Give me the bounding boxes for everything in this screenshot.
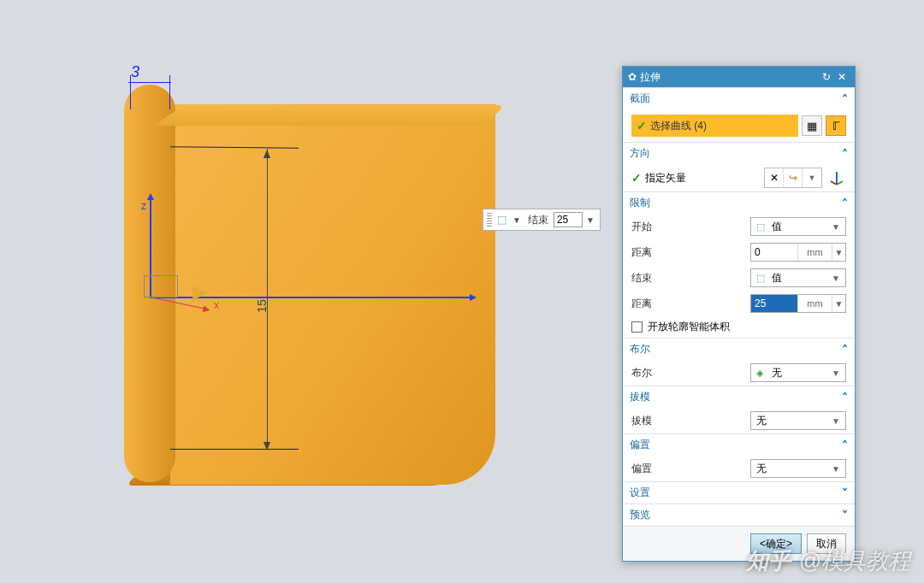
chevron-down-icon: ˅: [842, 486, 848, 500]
section-header-offset[interactable]: 偏置 ˄: [623, 433, 855, 456]
chevron-up-icon: ˄: [842, 343, 848, 356]
check-icon: ✓: [637, 119, 647, 132]
watermark-text: @模具教程: [799, 546, 910, 576]
section-title-limits: 限制: [630, 196, 650, 210]
start-distance-label: 距离: [631, 245, 691, 260]
vector-dropdown-caret[interactable]: ▼: [803, 168, 821, 187]
start-distance-unit: mm: [797, 244, 832, 261]
dialog-title-text: 拉伸: [640, 70, 660, 85]
chevron-up-icon: ˄: [842, 197, 848, 210]
mini-end-label: 结束: [524, 213, 552, 227]
specify-vector-label: 指定矢量: [645, 171, 686, 186]
none-icon: ◈: [756, 368, 768, 379]
curve-rule-icon[interactable]: ℾ: [826, 115, 846, 136]
chevron-down-icon[interactable]: ▼: [832, 295, 845, 312]
chevron-down-icon[interactable]: ▼: [832, 244, 845, 261]
select-curve-field[interactable]: ✓ 选择曲线 (4): [631, 115, 798, 137]
draft-label: 拔模: [631, 414, 691, 428]
chevron-up-icon: ˄: [842, 92, 848, 106]
end-type-select[interactable]: ⬚ 值 ▼: [750, 268, 846, 287]
close-icon[interactable]: ✕: [834, 69, 850, 85]
dimension-height-arrow-top: [264, 146, 270, 158]
origin-csys-box: [144, 275, 178, 297]
drag-handle-icon[interactable]: [487, 213, 492, 227]
reset-icon[interactable]: ↻: [819, 69, 834, 85]
end-distance-input[interactable]: [751, 295, 797, 312]
vector-reverse-icon[interactable]: ↪: [784, 168, 803, 187]
sketch-section-icon[interactable]: ▦: [802, 115, 822, 136]
section-header-draft[interactable]: 拔模 ˄: [623, 386, 855, 408]
section-title-direction: 方向: [630, 146, 650, 161]
section-header-preview[interactable]: 预览 ˅: [623, 504, 855, 526]
section-title-offset: 偏置: [630, 438, 650, 452]
boolean-value: 无: [772, 366, 782, 380]
section-title-boolean: 布尔: [630, 342, 650, 356]
end-distance-label: 距离: [631, 297, 691, 311]
section-header-direction[interactable]: 方向 ˄: [623, 142, 855, 164]
end-type-value: 值: [772, 271, 782, 286]
select-curve-text: 选择曲线 (4): [650, 119, 707, 133]
section-title-settings: 设置: [630, 486, 650, 500]
origin-direction-cone[interactable]: [192, 286, 215, 300]
chevron-down-icon: ▼: [832, 464, 840, 474]
start-distance-input-group: mm ▼: [750, 243, 846, 262]
end-label: 结束: [631, 271, 691, 286]
draft-value: 无: [756, 414, 767, 428]
section-title-draft: 拔模: [630, 390, 650, 404]
svg-line-2: [837, 181, 843, 185]
section-title-curve: 截面: [630, 91, 650, 106]
chevron-down-icon: ▼: [832, 416, 840, 426]
check-icon: ✓: [631, 171, 642, 185]
chevron-up-icon: ˄: [842, 391, 848, 404]
end-distance-input-group: mm ▼: [750, 294, 846, 313]
chevron-down-icon: ▼: [832, 222, 840, 232]
dimension-width-extents: [127, 79, 174, 113]
section-header-limits[interactable]: 限制 ˄: [623, 191, 855, 214]
dialog-titlebar[interactable]: ✿ 拉伸 ↻ ✕: [623, 67, 855, 87]
open-profile-label: 开放轮廓智能体积: [648, 320, 730, 334]
offset-label: 偏置: [631, 462, 691, 476]
chevron-up-icon: ˄: [842, 147, 848, 161]
boolean-label: 布尔: [631, 366, 691, 380]
on-screen-input-toolbar[interactable]: ⬚ ▼ 结束 ▼: [483, 209, 601, 231]
extrude-dialog: ✿ 拉伸 ↻ ✕ 截面 ˄ ✓ 选择曲线 (4) ▦ ℾ 方向 ˄ ✓ 指定矢量…: [622, 66, 856, 562]
open-profile-checkbox[interactable]: [631, 321, 643, 333]
draft-select[interactable]: 无 ▼: [750, 411, 846, 430]
value-icon: ⬚: [756, 273, 768, 284]
dimension-height-ext-bottom: [170, 449, 299, 450]
start-label: 开始: [631, 220, 691, 234]
gear-icon[interactable]: ✿: [628, 71, 637, 83]
section-header-boolean[interactable]: 布尔 ˄: [623, 338, 855, 360]
vector-axis-icon[interactable]: [827, 168, 846, 187]
offset-value: 无: [756, 462, 767, 476]
svg-line-1: [831, 181, 837, 185]
axis-x-label: x: [214, 299, 219, 311]
end-distance-unit: mm: [797, 295, 832, 312]
boolean-select[interactable]: ◈ 无 ▼: [750, 363, 846, 382]
vector-method-buttons: ✕ ↪ ▼: [764, 168, 822, 188]
start-type-value: 值: [772, 220, 782, 234]
dimension-height-label: 15: [255, 299, 269, 313]
section-header-settings[interactable]: 设置 ˅: [623, 481, 855, 504]
mini-end-value-input[interactable]: [554, 212, 583, 227]
chevron-up-icon: ˄: [842, 439, 848, 452]
start-distance-input[interactable]: [751, 244, 797, 261]
chevron-down-icon: ▼: [832, 368, 840, 378]
vector-infer-icon[interactable]: ✕: [765, 168, 784, 187]
mini-end-value-caret[interactable]: ▼: [584, 215, 596, 225]
limit-type-dropdown-caret[interactable]: ▼: [511, 215, 523, 225]
section-header-curve[interactable]: 截面 ˄: [623, 87, 855, 109]
watermark-logo: 知乎: [746, 546, 791, 576]
section-title-preview: 预览: [630, 508, 650, 522]
offset-select[interactable]: 无 ▼: [750, 459, 846, 478]
axis-z-label: z: [141, 200, 146, 212]
start-type-select[interactable]: ⬚ 值 ▼: [750, 217, 846, 236]
limit-type-icon[interactable]: ⬚: [494, 212, 509, 227]
watermark: 知乎 @模具教程: [746, 546, 910, 576]
dimension-height-arrow-bottom: [264, 442, 270, 454]
chevron-down-icon: ˅: [842, 509, 848, 522]
value-icon: ⬚: [756, 221, 768, 233]
dimension-width-bar: [128, 82, 171, 83]
chevron-down-icon: ▼: [832, 274, 840, 283]
